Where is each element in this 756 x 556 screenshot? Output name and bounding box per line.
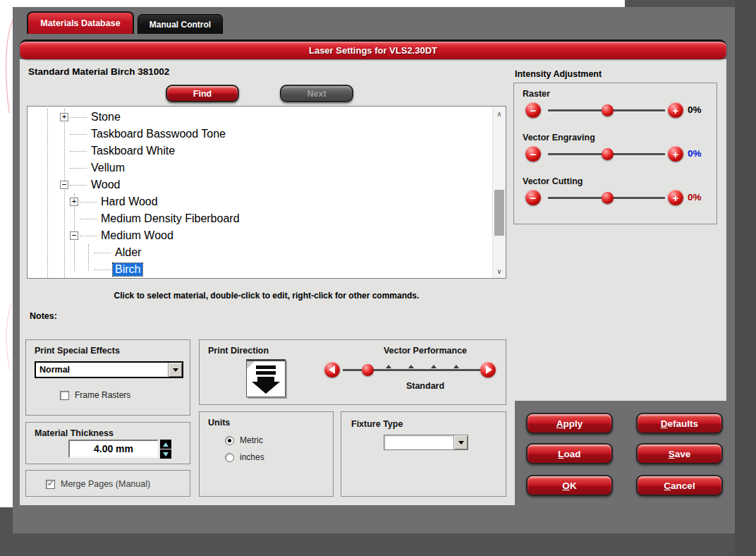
tree-item-label[interactable]: Wood <box>89 179 123 191</box>
tree-item-label[interactable]: Medium Wood <box>99 229 176 242</box>
tree-item-birch[interactable]: Birch <box>28 261 492 278</box>
slider-value: 0% <box>688 192 702 203</box>
save-button[interactable]: Save <box>636 443 723 464</box>
frame-rasters-row: Frame Rasters <box>60 390 130 400</box>
slider-handle[interactable] <box>602 148 614 160</box>
radio-icon[interactable] <box>225 453 234 462</box>
units-options: Metricinches <box>225 432 264 466</box>
plus-icon: + <box>673 193 679 203</box>
print-direction-group: Print Direction Vector Performance Stan <box>199 339 506 405</box>
vp-decrease-button[interactable] <box>324 362 340 377</box>
dropdown-button[interactable] <box>168 363 182 377</box>
tree-item-label[interactable]: Stone <box>89 111 123 123</box>
minus-icon: − <box>530 193 537 203</box>
print-direction-down-icon[interactable] <box>246 359 286 397</box>
chevron-down-icon <box>173 368 178 372</box>
merge-pages-checkbox <box>46 480 55 489</box>
tree-connector <box>70 134 87 135</box>
vp-slider-handle[interactable] <box>362 364 374 376</box>
slider-value: 0% <box>688 148 702 159</box>
pink-scribble <box>0 0 13 507</box>
tree-item-label[interactable]: Hard Wood <box>99 195 160 208</box>
vp-increase-button[interactable] <box>480 362 496 377</box>
dropdown-button[interactable] <box>453 435 468 449</box>
slider-tick <box>408 365 414 368</box>
tree-item-label[interactable]: Taskboard Basswood Tone <box>89 128 228 140</box>
left-margin <box>0 0 13 507</box>
slider-label: Vector Cutting <box>523 176 583 186</box>
slider: −+0% <box>514 145 718 164</box>
find-button[interactable]: Find <box>166 85 239 102</box>
frame-rasters-checkbox[interactable] <box>60 391 69 400</box>
slider-label: Raster <box>523 89 550 99</box>
tree-item-taskboard-white[interactable]: Taskboard White <box>28 143 492 159</box>
defaults-button[interactable]: Defaults <box>636 413 723 434</box>
tree-item-label[interactable]: Alder <box>113 246 143 259</box>
group-title: Fixture Type <box>351 419 403 429</box>
increase-button[interactable]: + <box>668 146 683 162</box>
special-effects-dropdown[interactable]: Normal <box>35 361 183 378</box>
next-button-disabled: Next <box>280 85 353 102</box>
decrease-button[interactable]: − <box>525 102 541 118</box>
laser-settings-dialog: Standard Material Birch 381002 Find Next… <box>20 59 726 505</box>
material-thickness-group: Material Thickness 4.00 mm <box>25 422 190 464</box>
radio-selected-icon[interactable] <box>225 436 234 445</box>
radio-row-metric[interactable]: Metric <box>225 432 264 449</box>
vector-performance-title: Vector Performance <box>327 346 524 356</box>
fixture-type-dropdown[interactable] <box>384 435 468 450</box>
decrease-button[interactable]: − <box>525 190 541 205</box>
plus-icon: + <box>673 105 679 116</box>
ok-button[interactable]: OK <box>526 475 613 496</box>
collapse-minus-icon[interactable]: − <box>60 181 68 189</box>
scrollbar-thumb[interactable] <box>494 190 504 236</box>
cancel-button[interactable]: Cancel <box>636 475 723 496</box>
tab-materials-database[interactable]: Materials Database <box>27 11 134 34</box>
outer-background <box>735 0 756 556</box>
notes-label: Notes: <box>30 311 57 321</box>
expand-plus-icon[interactable]: + <box>60 113 68 121</box>
collapse-minus-icon[interactable]: − <box>70 231 78 240</box>
expand-plus-icon[interactable]: + <box>70 198 78 206</box>
tree-item-medium-wood[interactable]: −Medium Wood <box>28 227 492 244</box>
minus-icon: − <box>530 105 537 116</box>
tree-item-stone[interactable]: +Stone <box>28 109 492 126</box>
increase-button[interactable]: + <box>668 190 683 205</box>
material-tree[interactable]: +StoneTaskboard Basswood ToneTaskboard W… <box>27 106 506 279</box>
tree-item-alder[interactable]: Alder <box>28 244 492 261</box>
slider-handle[interactable] <box>602 104 614 116</box>
checkbox-label: Merge Pages (Manual) <box>61 479 150 489</box>
slider: −+0% <box>514 189 718 207</box>
tree-item-label[interactable]: Birch <box>113 263 142 276</box>
thickness-input[interactable]: 4.00 mm <box>68 440 159 458</box>
screen: Materials Database Manual Control Laser … <box>0 0 756 556</box>
load-button[interactable]: Load <box>526 443 613 464</box>
scroll-up-icon[interactable]: ∧ <box>493 108 506 119</box>
tree-item-label[interactable]: Medium Density Fiberboard <box>99 212 242 225</box>
slider-handle[interactable] <box>602 192 614 204</box>
tree-connector <box>70 168 87 169</box>
apply-button[interactable]: Apply <box>526 413 613 434</box>
tab-manual-control[interactable]: Manual Control <box>138 14 223 34</box>
arrow-stem <box>257 377 274 382</box>
top-margin <box>0 0 625 7</box>
increase-button[interactable]: + <box>668 102 683 118</box>
radio-row-inches[interactable]: inches <box>225 449 264 466</box>
scroll-down-icon[interactable]: ∨ <box>493 265 506 277</box>
tree-connector <box>70 117 87 118</box>
tree-item-medium-density-fiberboard[interactable]: Medium Density Fiberboard <box>28 210 492 227</box>
dialog-title: Laser Settings for VLS2.30DT <box>309 45 437 56</box>
app-window: Materials Database Manual Control Laser … <box>13 7 735 533</box>
stepper-down-button[interactable] <box>160 449 171 459</box>
tree-item-taskboard-basswood-tone[interactable]: Taskboard Basswood Tone <box>28 126 492 143</box>
tree-scrollbar[interactable]: ∧ ∨ <box>492 107 506 278</box>
tree-item-vellum[interactable]: Vellum <box>28 159 492 176</box>
tree-item-hard-wood[interactable]: +Hard Wood <box>28 193 492 210</box>
decrease-button[interactable]: − <box>525 146 541 162</box>
tree-item-label[interactable]: Taskboard White <box>89 145 177 157</box>
print-special-effects-group: Print Special Effects Normal Frame Raste… <box>25 339 190 416</box>
stepper-up-button[interactable] <box>160 440 171 449</box>
chevron-down-icon <box>458 441 464 445</box>
slider: −+0% <box>514 102 718 120</box>
tree-item-label[interactable]: Vellum <box>89 162 127 174</box>
tree-item-wood[interactable]: −Wood <box>28 176 492 193</box>
